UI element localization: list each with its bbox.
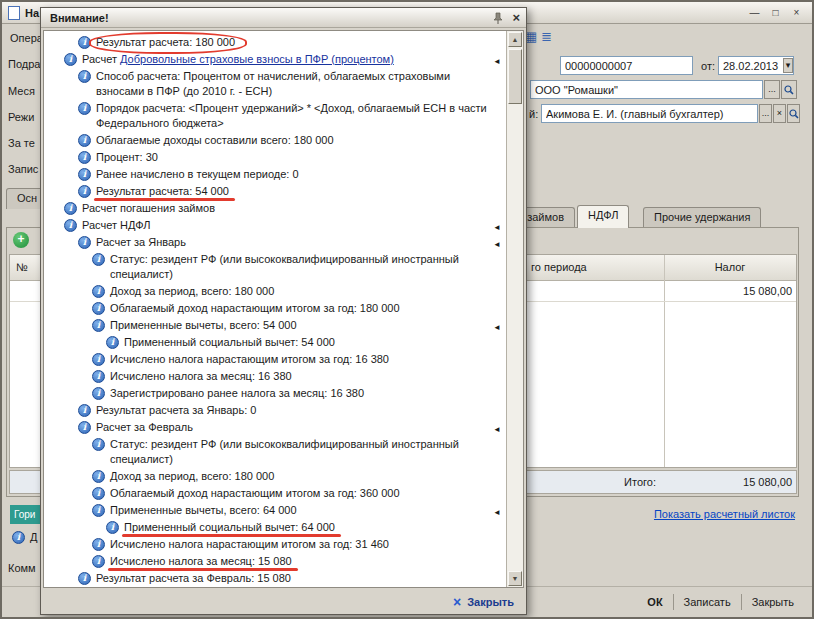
collapse-arrow-icon[interactable]: ◄ (493, 54, 501, 69)
total-value: 15 080,00 (743, 476, 792, 488)
scroll-thumb[interactable] (508, 49, 522, 104)
close-button[interactable]: × (786, 4, 807, 21)
maximize-button[interactable]: □ (765, 4, 786, 21)
message-text: Исчислено налога нарастающим итогом за г… (110, 352, 490, 367)
minimize-button[interactable]: — (744, 4, 765, 21)
bottom-command-bar: ОК Записать Закрыть (637, 590, 804, 614)
dialog-body: i Результат расчета: 180 000 i Расчет До… (43, 30, 524, 588)
app-window: На — □ × Опера ▦ ≣ Подра Меся Режи За те… (0, 0, 814, 619)
message-list: i Результат расчета: 180 000 i Расчет До… (44, 31, 506, 587)
responsible-open-button[interactable] (787, 104, 800, 123)
message-row: i Результат расчета за Январь: 0 (44, 402, 506, 419)
message-text: Результат расчета за Февраль: 15 080 (96, 571, 490, 586)
message-text: Облагаемый доход нарастающим итогом за г… (110, 301, 490, 316)
warning-dialog: Внимание! × i Результат расчета: 180 000… (40, 7, 527, 615)
add-row-button[interactable]: + (13, 232, 29, 248)
message-row: i Исчислено налога нарастающим итогом за… (44, 351, 506, 368)
save-button[interactable]: Записать (674, 593, 741, 611)
message-text: Расчет Добровольные страховые взносы в П… (82, 52, 490, 67)
dialog-footer: × Закрыть (41, 590, 526, 614)
info-icon: i (106, 521, 119, 534)
info-icon: i (78, 185, 91, 198)
organization-open-button[interactable] (781, 80, 797, 99)
scrollbar[interactable]: ▲ ▼ (506, 31, 523, 587)
message-text: Облагаемый доход нарастающим итогом за г… (110, 486, 490, 501)
message-row: i Примененные вычеты, всего: 64 000 ◄ (44, 502, 506, 519)
organization-field[interactable] (530, 80, 763, 99)
message-text: Статус: резидент РФ (или высококвалифици… (110, 252, 490, 282)
message-text: Доход за период, всего: 180 000 (110, 469, 490, 484)
accrual-kind-link[interactable]: Добровольные страховые взносы в ПФР (про… (120, 53, 394, 65)
info-icon: i (78, 236, 91, 249)
message-row: i Примененные вычеты, всего: 54 000 ◄ (44, 317, 506, 334)
bottom-left-partial-button[interactable]: Гори (10, 505, 41, 524)
info-icon: i (92, 438, 105, 451)
message-text: Исчислено налога нарастающим итогом за г… (110, 537, 490, 552)
message-row: i Результат расчета: 54 000 (44, 183, 506, 200)
message-text: Порядок расчета: <Процент удержаний> * <… (96, 101, 490, 131)
info-icon: i (92, 302, 105, 315)
collapse-arrow-icon[interactable]: ◄ (493, 422, 501, 437)
pin-icon[interactable] (492, 12, 504, 24)
tab-ndfl[interactable]: НДФЛ (577, 205, 629, 228)
responsible-field[interactable] (541, 104, 758, 123)
label-department: Подра (8, 58, 40, 70)
column-header-tax: Налог (665, 261, 795, 273)
message-text: Облагаемые доходы составили всего: 180 0… (96, 133, 490, 148)
tax-value-cell[interactable]: 15 080,00 (743, 285, 792, 297)
message-row: i Расчет за Январь ◄ (44, 234, 506, 251)
message-text: Примененный социальный вычет: 54 000 (124, 335, 490, 350)
message-text: Расчет погашения займов (82, 201, 490, 216)
ok-button[interactable]: ОК (637, 593, 672, 611)
column-header-number: № (16, 261, 28, 273)
label-month: Меся (8, 85, 35, 97)
message-text: Результат расчета за Январь: 0 (96, 403, 490, 418)
document-number-field[interactable] (560, 56, 693, 75)
scroll-up-icon[interactable]: ▲ (508, 32, 522, 47)
message-row: i Результат расчета: 180 000 (44, 34, 506, 51)
info-icon: i (64, 53, 77, 66)
show-payslip-link[interactable]: Показать расчетный листок (654, 508, 795, 520)
info-icon: i (92, 555, 105, 568)
dialog-title: Внимание! (50, 12, 109, 24)
responsible-choose-button[interactable]: ... (759, 104, 772, 123)
dialog-close-button[interactable]: Закрыть (467, 596, 514, 608)
info-note: i Д (12, 530, 37, 544)
info-icon: i (78, 36, 91, 49)
list-columns-icon[interactable]: ≣ (541, 29, 552, 44)
responsible-clear-button[interactable]: × (773, 104, 786, 123)
collapse-arrow-icon[interactable]: ◄ (493, 220, 501, 235)
window-controls: — □ × (744, 4, 807, 21)
organization-choose-button[interactable]: ... (764, 80, 780, 99)
message-row: i Ранее начислено в текущем периоде: 0 (44, 166, 506, 183)
message-row: i Способ расчета: Процентом от начислени… (44, 68, 506, 100)
message-text: Примененные вычеты, всего: 64 000 (110, 503, 490, 518)
message-text: Ранее начислено в текущем периоде: 0 (96, 167, 490, 182)
info-icon: i (78, 572, 91, 585)
message-row: i Расчет Добровольные страховые взносы в… (44, 51, 506, 68)
message-row: i Расчет НДФЛ ◄ (44, 217, 506, 234)
message-text: Доход за период, всего: 180 000 (110, 284, 490, 299)
message-text: Исчислено налога за месяц: 15 080 (110, 554, 490, 569)
comment-label: Комм (8, 562, 36, 574)
message-row: i Исчислено налога за месяц: 16 380 (44, 368, 506, 385)
info-icon: i (92, 285, 105, 298)
info-icon: i (78, 404, 91, 417)
collapse-arrow-icon[interactable]: ◄ (493, 237, 501, 252)
message-text: Расчет НДФЛ (82, 218, 490, 233)
column-header-period: го периода (531, 261, 587, 273)
menu-item-operations[interactable]: Опера (10, 32, 43, 44)
message-text: Примененные вычеты, всего: 54 000 (110, 318, 490, 333)
tab-other-deductions[interactable]: Прочие удержания (643, 207, 761, 228)
info-icon: i (92, 538, 105, 551)
scroll-down-icon[interactable]: ▼ (508, 571, 522, 586)
close-form-button[interactable]: Закрыть (742, 593, 804, 611)
message-row: i Порядок расчета: <Процент удержаний> *… (44, 100, 506, 132)
collapse-arrow-icon[interactable]: ◄ (493, 320, 501, 335)
calendar-button[interactable]: ▾ (783, 58, 793, 73)
message-text: Результат расчета: 180 000 (96, 35, 490, 50)
dialog-close-icon[interactable]: × (512, 10, 520, 25)
info-icon: i (92, 387, 105, 400)
message-row: i Расчет погашения займов (44, 200, 506, 217)
collapse-arrow-icon[interactable]: ◄ (493, 505, 501, 520)
